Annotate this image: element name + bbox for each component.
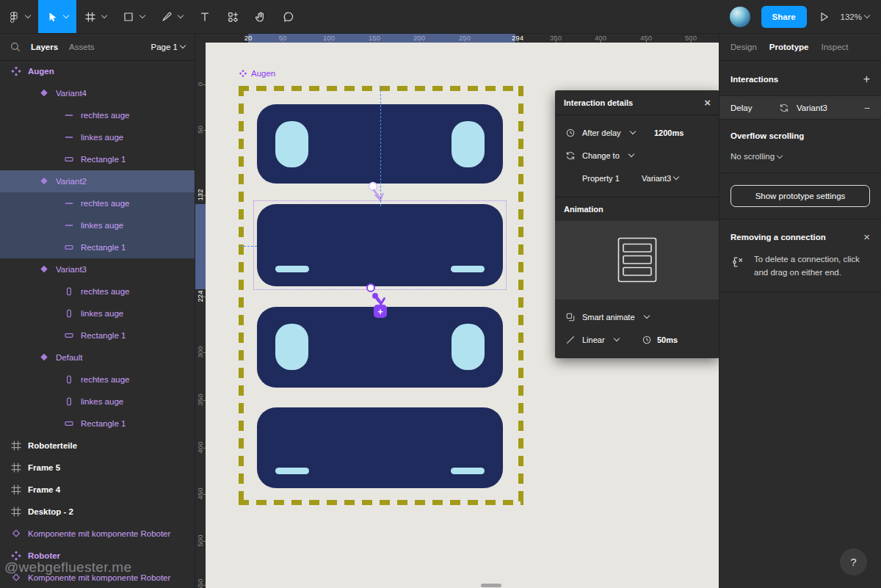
layer-label: Rectangle 1 <box>81 155 126 164</box>
left-eye-closed <box>275 468 309 474</box>
property-row: Property 1 Variant3 <box>555 167 719 189</box>
chevron-down-icon <box>864 12 870 18</box>
animation-preview-icon <box>617 237 657 284</box>
layer-label: Frame 5 <box>28 463 60 472</box>
chevron-down-icon <box>629 128 635 134</box>
layer-row[interactable]: Desktop - 2 <box>0 501 195 523</box>
page-selector[interactable]: Page 1 <box>151 43 185 51</box>
action-row[interactable]: Change to <box>555 144 719 167</box>
ruler-tick <box>691 40 692 43</box>
layer-row[interactable]: Rectangle 1 <box>0 413 195 435</box>
easing-row[interactable]: Linear 50ms <box>555 328 719 351</box>
layer-row[interactable]: Komponente mit komponente Roboter <box>0 523 195 545</box>
layer-row[interactable]: Frame 4 <box>0 479 195 501</box>
duration-value: 50ms <box>657 335 678 344</box>
comment-tool-button[interactable] <box>275 0 302 33</box>
ruler-tick <box>518 40 518 43</box>
animation-type-row[interactable]: Smart animate <box>555 305 719 328</box>
right-eye-open <box>452 121 485 167</box>
pill-icon <box>63 286 75 297</box>
tab-prototype[interactable]: Prototype <box>769 43 809 51</box>
present-button[interactable] <box>818 11 830 23</box>
animation-preview <box>555 221 719 300</box>
layer-row[interactable]: Variant2 <box>0 170 195 192</box>
horizontal-ruler: 2050100150200250294350400450500 <box>195 33 719 43</box>
tab-layers[interactable]: Layers <box>31 43 58 51</box>
action-label: Change to <box>582 151 620 160</box>
add-interaction-button[interactable]: + <box>863 73 870 86</box>
tab-design[interactable]: Design <box>730 43 757 51</box>
layer-label: rechtes auge <box>81 199 130 208</box>
ruler-label: 450 <box>196 483 204 505</box>
layer-label: Frame 4 <box>28 485 60 494</box>
interaction-row[interactable]: Delay Variant3 − <box>719 95 881 120</box>
layer-row[interactable]: Rectangle 1 <box>0 236 195 258</box>
layer-row[interactable]: Variant3 <box>0 258 195 280</box>
text-icon <box>199 11 211 23</box>
rect-icon <box>63 330 75 341</box>
add-connection-button[interactable]: + <box>374 305 387 318</box>
user-avatar[interactable] <box>730 7 750 27</box>
layer-row[interactable]: linkes auge <box>0 391 195 413</box>
variant-frame-default[interactable] <box>257 407 503 488</box>
layer-row[interactable]: rechtes auge <box>0 104 195 126</box>
zoom-level-control[interactable]: 132% <box>841 12 869 21</box>
property-value: Variant3 <box>642 174 671 183</box>
text-tool-button[interactable] <box>191 0 219 33</box>
layer-row[interactable]: Komponente mit komponente Roboter <box>0 567 195 588</box>
popup-title: Interaction details <box>564 98 633 107</box>
close-icon[interactable]: × <box>704 97 711 108</box>
animation-title: Animation <box>564 205 603 214</box>
layer-row[interactable]: Augen <box>0 60 195 82</box>
tab-inspect[interactable]: Inspect <box>821 43 848 51</box>
frame-dash-left <box>239 86 244 505</box>
component-set-label[interactable]: Augen <box>239 69 275 78</box>
popup-footer: Smart animate Linear 50ms <box>555 300 719 358</box>
variant-frame-variant2[interactable] <box>257 204 503 286</box>
ruler-tick <box>203 130 206 131</box>
inspector-panel: DesignPrototypeInspect Interactions + De… <box>719 33 881 588</box>
layer-row[interactable]: Default <box>0 346 195 369</box>
close-icon[interactable]: × <box>863 231 870 242</box>
layer-label: Variant3 <box>56 265 87 274</box>
ruler-tick <box>203 352 206 353</box>
help-button[interactable]: ? <box>840 548 867 576</box>
layer-row[interactable]: linkes auge <box>0 214 195 236</box>
layer-row[interactable]: Rectangle 1 <box>0 148 195 170</box>
share-button[interactable]: Share <box>761 6 807 28</box>
tab-assets[interactable]: Assets <box>69 43 95 51</box>
hand-tool-button[interactable] <box>247 0 275 33</box>
layer-label: Komponente mit komponente Roboter <box>28 529 170 538</box>
variant-frame-variant3[interactable] <box>257 307 503 388</box>
layer-row[interactable]: linkes auge <box>0 126 195 148</box>
duration-control[interactable]: 50ms <box>642 335 678 345</box>
shape-tool-button[interactable] <box>115 0 153 33</box>
resources-icon <box>227 11 239 23</box>
pen-tool-button[interactable] <box>153 0 191 33</box>
layer-row[interactable]: Roboter <box>0 545 195 567</box>
layer-label: rechtes auge <box>81 287 130 296</box>
layer-row[interactable]: Variant4 <box>0 82 195 104</box>
show-prototype-settings-button[interactable]: Show prototype settings <box>730 185 870 207</box>
layer-row[interactable]: rechtes auge <box>0 280 195 302</box>
overflow-value: No scrolling <box>730 152 775 161</box>
property-value-dropdown[interactable]: Variant3 <box>642 174 678 183</box>
layer-row[interactable]: Frame 5 <box>0 457 195 479</box>
layer-row[interactable]: rechtes auge <box>0 192 195 214</box>
remove-interaction-button[interactable]: − <box>864 102 870 114</box>
horizontal-scrollbar[interactable] <box>481 584 501 587</box>
figma-menu-button[interactable] <box>0 0 38 33</box>
layer-row[interactable]: Roboterteile <box>0 435 195 457</box>
resources-tool-button[interactable] <box>219 0 247 33</box>
move-tool-button[interactable] <box>38 0 76 33</box>
layer-row[interactable]: linkes auge <box>0 302 195 324</box>
layer-row[interactable]: rechtes auge <box>0 369 195 391</box>
alignment-guide-vertical <box>380 87 381 206</box>
search-icon[interactable] <box>10 41 21 53</box>
overflow-dropdown[interactable]: No scrolling <box>730 152 870 161</box>
trigger-value[interactable]: 1200ms <box>654 128 684 137</box>
trigger-row[interactable]: After delay 1200ms <box>555 121 719 144</box>
layer-row[interactable]: Rectangle 1 <box>0 324 195 346</box>
layer-label: Roboter <box>28 551 60 560</box>
frame-tool-button[interactable] <box>76 0 115 33</box>
